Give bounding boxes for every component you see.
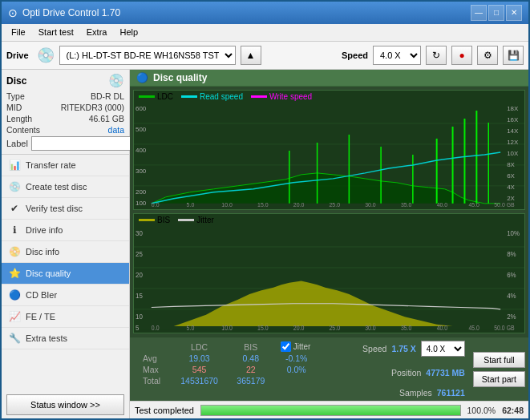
length-val: 46.61 GB: [89, 114, 124, 123]
svg-text:100: 100: [136, 200, 147, 207]
progress-area: Test completed 100.0% 62:48: [130, 401, 528, 418]
start-full-button[interactable]: Start full: [473, 352, 525, 368]
total-bis: 365179: [228, 375, 274, 386]
svg-text:14X: 14X: [507, 127, 519, 135]
burn-button[interactable]: ●: [451, 46, 472, 65]
svg-text:8%: 8%: [507, 249, 516, 258]
create-test-disc-icon: 💿: [8, 180, 21, 193]
minimize-button[interactable]: —: [471, 5, 487, 21]
start-part-button[interactable]: Start part: [473, 371, 525, 387]
svg-text:5.0: 5.0: [187, 324, 195, 330]
avg-ldc: 19.03: [171, 353, 228, 364]
stats-right: Speed 1.75 X 4.0 X Position 47731 MB Sam…: [326, 337, 470, 401]
verify-test-disc-icon: ✔: [8, 202, 21, 215]
svg-text:15: 15: [136, 291, 143, 300]
sidebar-item-disc-quality[interactable]: ⭐ Disc quality: [2, 263, 129, 285]
jitter-legend-color: [178, 219, 194, 221]
sidebar-item-extra-tests[interactable]: 🔧 Extra tests: [2, 328, 129, 349]
verify-test-disc-label: Verify test disc: [26, 204, 83, 213]
settings-button[interactable]: ⚙: [477, 46, 498, 65]
svg-text:25.0: 25.0: [330, 202, 341, 207]
mid-key: MID: [6, 103, 22, 112]
action-buttons: Start full Start part: [470, 337, 528, 401]
disc-section-icon: 💿: [108, 73, 124, 88]
speed-select[interactable]: 4.0 X: [373, 46, 421, 65]
sidebar-item-create-test-disc[interactable]: 💿 Create test disc: [2, 176, 129, 198]
avg-label: Avg: [136, 353, 171, 364]
create-test-disc-label: Create test disc: [26, 182, 87, 192]
total-ldc: 14531670: [171, 375, 228, 386]
label-input[interactable]: [31, 136, 138, 151]
write-speed-legend-label: Write speed: [269, 92, 312, 101]
progress-bar: [200, 405, 461, 416]
close-button[interactable]: ✕: [506, 5, 522, 21]
svg-text:45.0: 45.0: [468, 324, 479, 330]
read-speed-legend-label: Read speed: [200, 92, 243, 101]
sidebar-item-cd-bier[interactable]: 🔵 CD BIer: [2, 285, 129, 306]
mid-val: RITEKDR3 (000): [61, 103, 124, 112]
chart-title: Disc quality: [153, 72, 207, 83]
speed-stat-val: 1.75 X: [391, 344, 415, 353]
sidebar-item-fe-te[interactable]: 📈 FE / TE: [2, 306, 129, 328]
svg-text:25.0: 25.0: [330, 324, 341, 330]
svg-text:35.0: 35.0: [401, 202, 412, 207]
extra-tests-label: Extra tests: [26, 333, 67, 343]
svg-text:30.0: 30.0: [365, 202, 376, 207]
type-val: BD-R DL: [91, 91, 124, 101]
left-panel: Disc 💿 Type BD-R DL MID RITEKDR3 (000) L…: [2, 70, 130, 418]
svg-text:4X: 4X: [507, 184, 515, 191]
menu-start-test[interactable]: Start test: [32, 26, 80, 38]
svg-text:6%: 6%: [507, 270, 516, 279]
drive-select[interactable]: (L:) HL-DT-ST BD-RE WH16NS58 TST4: [59, 46, 236, 65]
sidebar-item-drive-info[interactable]: ℹ Drive info: [2, 220, 129, 241]
extra-tests-icon: 🔧: [8, 332, 21, 345]
maximize-button[interactable]: □: [488, 5, 504, 21]
stats-speed-select[interactable]: 4.0 X: [421, 341, 465, 357]
save-button[interactable]: 💾: [503, 46, 524, 65]
samples-val: 761121: [437, 388, 465, 398]
svg-text:35.0: 35.0: [401, 324, 412, 330]
jitter-label: Jitter: [293, 342, 311, 351]
stats-pos-row: Position 47731 MB: [391, 368, 465, 378]
jitter-legend-label: Jitter: [196, 216, 214, 224]
status-window-button[interactable]: Status window >>: [6, 394, 124, 415]
ldc-legend-label: LDC: [157, 92, 173, 101]
svg-text:25: 25: [136, 249, 143, 258]
menu-extra[interactable]: Extra: [80, 26, 114, 38]
read-speed-legend-color: [181, 95, 197, 98]
speed-stat-label: Speed: [362, 344, 386, 353]
refresh-button[interactable]: ↻: [426, 46, 447, 65]
chart-header-icon: 🔵: [136, 72, 148, 83]
sidebar-item-disc-info[interactable]: 📀 Disc info: [2, 241, 129, 263]
right-panel: 🔵 Disc quality LDC Read speed: [130, 70, 528, 418]
write-speed-legend-color: [251, 95, 267, 98]
svg-text:50.0 GB: 50.0 GB: [494, 202, 515, 207]
app-title: Opti Drive Control 1.70: [22, 7, 120, 18]
total-jitter-empty: [274, 375, 319, 386]
progress-text: 100.0%: [467, 406, 496, 415]
top-chart-legend: LDC Read speed Write speed: [134, 91, 524, 103]
samples-label: Samples: [399, 388, 432, 398]
top-chart: LDC Read speed Write speed: [133, 90, 525, 210]
menu-help[interactable]: Help: [113, 26, 144, 38]
svg-text:6X: 6X: [507, 172, 515, 180]
bottom-chart-svg: 30 25 20 15 10 5 10% 8% 6% 4% 2%: [134, 226, 524, 330]
svg-text:10.0: 10.0: [221, 324, 233, 330]
speed-label: Speed: [342, 50, 368, 60]
avg-bis: 0.48: [228, 353, 274, 364]
progress-bar-fill: [201, 406, 460, 415]
eject-button[interactable]: ▲: [241, 46, 261, 65]
transfer-rate-icon: 📊: [8, 159, 21, 172]
sidebar-item-transfer-rate[interactable]: 📊 Transfer rate: [2, 155, 129, 176]
jitter-checkbox[interactable]: [281, 341, 291, 352]
contents-val: data: [108, 125, 124, 135]
fe-te-label: FE / TE: [26, 312, 55, 321]
svg-text:2%: 2%: [507, 312, 516, 321]
stats-bar: LDC BIS Jitter: [130, 337, 528, 401]
svg-text:5: 5: [136, 323, 140, 330]
disc-info-label: Disc info: [26, 247, 59, 256]
sidebar-item-verify-test-disc[interactable]: ✔ Verify test disc: [2, 198, 129, 220]
disc-info-section: Disc 💿 Type BD-R DL MID RITEKDR3 (000) L…: [2, 70, 129, 155]
menu-file[interactable]: File: [5, 26, 32, 38]
svg-text:18X: 18X: [507, 105, 519, 112]
